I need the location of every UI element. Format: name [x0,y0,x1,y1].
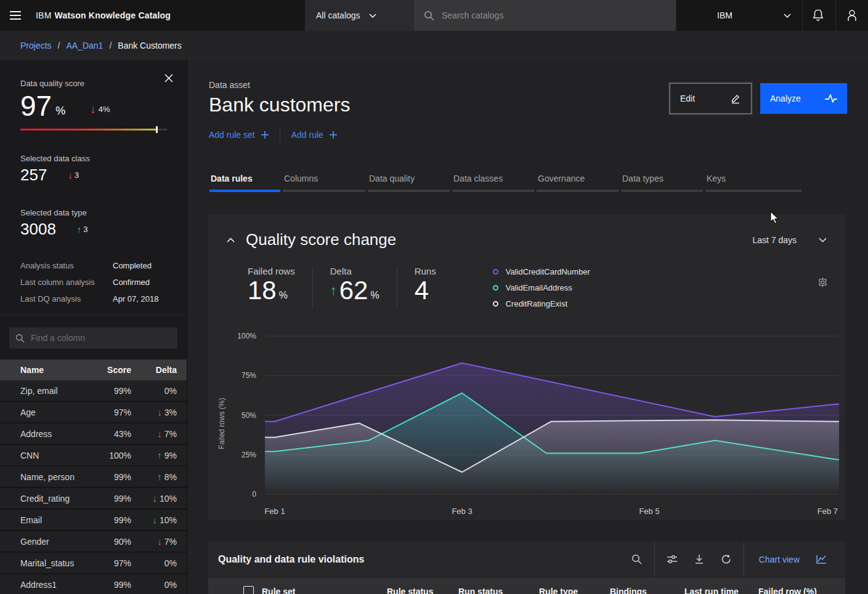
menu-icon[interactable] [0,0,31,31]
violations-column-header: Bindings [610,587,647,594]
legend-dot-icon [493,285,498,291]
tab-data-types[interactable]: Data types [621,171,703,192]
quality-score-value: 97 [20,92,52,120]
pencil-icon [730,93,741,104]
violations-toolbar: Quality and data rule violations Chart v [208,542,845,577]
tab-data-quality[interactable]: Data quality [368,171,450,192]
tab-columns[interactable]: Columns [283,171,365,192]
arrow-up-icon: ↑ [157,451,162,460]
filter-button[interactable] [659,542,686,577]
download-button[interactable] [686,542,713,577]
data-type-value: 3008 [20,220,56,239]
account-selector[interactable]: IBM [676,0,802,31]
chart-settings-button[interactable] [817,277,828,287]
column-score: 99% [95,580,131,590]
chevron-down-icon [784,14,791,18]
data-quality-sidebar: Data quality score 97 % ↓ 4% Selected da… [0,60,187,594]
table-row[interactable]: Gender 90% ↓7% [0,531,187,553]
violations-column-header: Rule type [539,587,578,594]
status-value: Completed [113,261,152,270]
tab-data-rules[interactable]: Data rules [209,171,280,192]
table-row[interactable]: Marital_status 97% 0% [0,553,187,574]
data-type-delta: 3 [83,225,87,234]
reset-button[interactable] [713,542,740,577]
select-all-checkbox[interactable] [243,586,254,594]
table-row[interactable]: Credit_rating 99% ↓10% [0,488,187,510]
arrow-up-icon: ↑ [157,472,162,481]
column-header-delta: Delta [131,365,177,375]
collapse-chevron-up-icon[interactable] [227,238,235,243]
violations-column-header: Run status [458,587,503,594]
gauge-marker [156,126,158,133]
violations-title: Quality and data rule violations [218,554,364,565]
divider [280,128,280,142]
column-search [9,327,177,348]
column-delta: 0% [131,580,177,590]
column-score: 99% [95,494,131,504]
table-row[interactable]: Zip, email 99% 0% [0,380,187,402]
close-icon[interactable] [164,71,178,85]
tab-governance[interactable]: Governance [537,171,619,192]
legend-item[interactable]: ValidCreditCardNumber [493,267,590,276]
arrow-up-icon: ↑ [77,225,82,234]
stat-value: 4 [415,278,429,303]
stat-value: 18 [248,278,277,303]
table-search-button[interactable] [623,542,651,577]
notifications-button[interactable] [802,0,833,31]
chevron-down-icon [369,14,376,18]
column-delta: 0% [131,558,177,568]
catalog-selector[interactable]: All catalogs [305,0,414,31]
table-row[interactable]: CNN 100% ↑9% [0,445,187,467]
search-input[interactable] [442,10,666,20]
breadcrumb-project-name[interactable]: AA_Dan1 [66,41,103,50]
legend-item[interactable]: CreditRatingExist [493,299,590,308]
status-value: Confirmed [113,278,150,287]
column-search-input[interactable] [31,333,171,343]
stat-label: Delta [330,266,379,276]
arrow-down-icon: ↓ [157,407,162,417]
chart-view-label: Chart view [759,555,800,564]
column-name: Gender [20,537,95,547]
time-range-selector[interactable]: Last 7 days [752,235,827,245]
gauge-gradient [20,129,157,130]
add-rule-link[interactable]: Add rule [291,130,337,140]
arrow-down-icon: ↓ [157,429,162,438]
stat-unit: % [370,290,379,303]
table-row[interactable]: Age 97% ↓3% [0,402,187,423]
violations-column-header: Rule set [262,587,295,594]
tab-label: Keys [705,171,801,190]
y-axis-title: Failed rows (%) [217,398,226,449]
column-name: Zip, email [20,386,95,396]
table-row[interactable]: Address 43% ↓7% [0,423,187,445]
main-content: Data asset Bank customers Edit Analyze A… [188,60,868,594]
tab-keys[interactable]: Keys [705,171,801,192]
search-icon [424,10,434,21]
edit-button[interactable]: Edit [670,83,752,114]
breadcrumb-projects[interactable]: Projects [20,41,52,50]
quality-score-change-card: Quality score change Last 7 days Failed … [208,214,845,520]
violations-table-header: Rule setRule statusRun statusRule typeBi… [208,577,845,594]
add-rule-label: Add rule [291,130,323,140]
data-type-label: Selected data type [20,208,166,217]
legend-item[interactable]: ValidEmailAddress [493,283,590,292]
table-row[interactable]: Email 99% ↓10% [0,510,187,531]
column-delta: ↓7% [131,537,177,547]
plus-icon [330,131,337,138]
chevron-down-icon [819,238,827,243]
y-tick-label: 25% [241,451,256,459]
data-class-label: Selected data class [20,154,166,163]
add-rule-set-link[interactable]: Add rule set [209,130,269,140]
arrow-down-icon: ↓ [68,171,73,180]
analysis-status-list: Analysis status Completed Last column an… [20,261,166,303]
table-row[interactable]: Address1 99% 0% [0,574,187,594]
analyze-button[interactable]: Analyze [760,83,847,114]
column-delta: ↓3% [131,407,177,417]
quality-score-gauge [20,129,167,130]
user-profile-button[interactable] [835,0,868,31]
page-title: Bank customers [209,94,350,116]
tab-label: Data quality [368,171,450,190]
table-row[interactable]: Name, person 99% ↑8% [0,467,187,488]
chart-view-toggle[interactable]: Chart view [748,555,835,564]
tab-data-classes[interactable]: Data classes [452,171,534,192]
breadcrumb-current-page: Bank Customers [118,41,181,50]
